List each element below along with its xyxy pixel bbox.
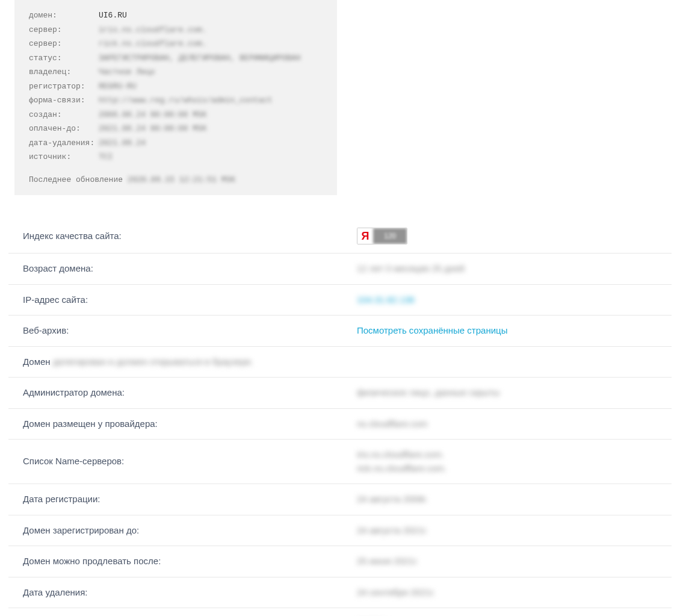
whois-row: форма-связи:http://www.reg.ru/whois/admi…: [29, 95, 323, 107]
yandex-score: 120: [373, 228, 407, 244]
whois-value: ЗАРЕГИСТРИРОВАН, ДЕЛЕГИРОВАН, ВЕРИФИЦИРО…: [99, 52, 300, 64]
row-reg-date: Дата регистрации: 24 августа 2008г.: [8, 484, 672, 515]
value-reg-until: 24 августа 2021г.: [357, 524, 657, 538]
whois-value: 2021.09.24: [99, 137, 146, 149]
whois-label: статус:: [29, 52, 99, 64]
whois-row: источник:TCI: [29, 151, 323, 163]
whois-label: сервер:: [29, 24, 99, 36]
label-site-quality: Индекс качества сайта:: [23, 229, 357, 243]
value-provider: ns.cloudflare.com: [357, 417, 657, 431]
whois-row: дата-удаления:2021.09.24: [29, 137, 323, 149]
row-provider: Домен размещен у провайдера: ns.cloudfla…: [8, 409, 672, 440]
whois-raw-box: домен:UI6.RUсервер:iris.ns.cloudflare.co…: [14, 0, 337, 195]
whois-value: 2008.08.24 00:00:00 MSK: [99, 109, 206, 121]
value-delete-date: 24 сентября 2021г.: [357, 586, 657, 600]
whois-label: оплачен-до:: [29, 123, 99, 135]
link-web-archive[interactable]: Посмотреть сохранённые страницы: [357, 325, 507, 335]
label-reg-until: Домен зарегистрирован до:: [23, 524, 357, 538]
whois-value: 2021.08.24 00:00:00 MSK: [99, 123, 206, 135]
value-ip-address[interactable]: 104.31.82.136: [357, 293, 657, 307]
whois-label: домен:: [29, 10, 99, 22]
value-domain-age: 12 лет 0 месяцев 25 дней: [357, 262, 657, 276]
row-ip-address: IP-адрес сайта: 104.31.82.136: [8, 285, 672, 316]
row-domain-delegated: Домен делегирован и должен открываться в…: [8, 347, 672, 378]
row-renew-after: Домен можно продлевать после: 25 июня 20…: [8, 546, 672, 577]
label-nameservers: Список Name-серверов:: [23, 455, 357, 468]
whois-value: rick.ns.cloudflare.com.: [99, 38, 206, 50]
label-web-archive: Веб-архив:: [23, 324, 357, 338]
whois-row: домен:UI6.RU: [29, 10, 323, 22]
label-domain-admin: Администратор домена:: [23, 386, 357, 400]
value-domain-admin: физическое лицо, данные скрыты: [357, 386, 657, 400]
whois-label: дата-удаления:: [29, 137, 99, 149]
whois-row: статус:ЗАРЕГИСТРИРОВАН, ДЕЛЕГИРОВАН, ВЕР…: [29, 52, 323, 64]
whois-label: источник:: [29, 151, 99, 163]
whois-row: владелец:Частное Лицо: [29, 66, 323, 78]
whois-label: сервер:: [29, 38, 99, 50]
domain-delegated-prefix: Домен: [23, 356, 53, 367]
whois-value: UI6.RU: [99, 10, 127, 22]
row-reg-until: Домен зарегистрирован до: 24 августа 202…: [8, 515, 672, 547]
whois-value: Частное Лицо: [99, 66, 155, 78]
value-renew-after: 25 июня 2021г.: [357, 555, 657, 568]
row-domain-age: Возраст домена: 12 лет 0 месяцев 25 дней: [8, 254, 672, 285]
row-delete-date: Дата удаления: 24 сентября 2021г.: [8, 577, 672, 609]
whois-label: создан:: [29, 109, 99, 121]
row-domain-admin: Администратор домена: физическое лицо, д…: [8, 378, 672, 409]
label-renew-after: Домен можно продлевать после:: [23, 555, 357, 568]
whois-row: сервер:iris.ns.cloudflare.com.: [29, 24, 323, 36]
row-web-archive: Веб-архив: Посмотреть сохранённые страни…: [8, 316, 672, 347]
row-site-quality: Индекс качества сайта: Я 120: [8, 219, 672, 254]
label-ip-address: IP-адрес сайта:: [23, 293, 357, 307]
label-reg-date: Дата регистрации:: [23, 493, 357, 506]
whois-row: сервер:rick.ns.cloudflare.com.: [29, 38, 323, 50]
domain-delegated-status: делегирован и должен открываться в брауз…: [53, 356, 253, 367]
whois-last-update: Последнее обновление 2020.09.15 12:21:51…: [29, 174, 323, 186]
whois-value: iris.ns.cloudflare.com.: [99, 24, 206, 36]
whois-value: TCI: [99, 151, 113, 163]
yandex-icon: Я: [357, 228, 373, 244]
label-delete-date: Дата удаления:: [23, 586, 357, 600]
value-reg-date: 24 августа 2008г.: [357, 493, 657, 506]
row-nameservers: Список Name-серверов: iris.ns.cloudflare…: [8, 440, 672, 484]
whois-label: форма-связи:: [29, 95, 99, 107]
domain-info-table: Индекс качества сайта: Я 120 Возраст дом…: [0, 219, 680, 616]
whois-value: http://www.reg.ru/whois/admin_contact: [99, 95, 273, 107]
whois-value: REGRU-RU: [99, 81, 136, 93]
value-nameservers: iris.ns.cloudflare.com. rick.ns.cloudfla…: [357, 448, 657, 475]
label-domain-age: Возраст домена:: [23, 262, 357, 276]
whois-row: оплачен-до:2021.08.24 00:00:00 MSK: [29, 123, 323, 135]
whois-label: регистратор:: [29, 81, 99, 93]
row-registrar: Регистратор домена: REGRU: [8, 608, 672, 616]
whois-label: владелец:: [29, 66, 99, 78]
whois-row: регистратор:REGRU-RU: [29, 81, 323, 93]
whois-row: создан:2008.08.24 00:00:00 MSK: [29, 109, 323, 121]
label-provider: Домен размещен у провайдера:: [23, 417, 357, 431]
yandex-quality-badge: Я 120: [357, 228, 407, 244]
